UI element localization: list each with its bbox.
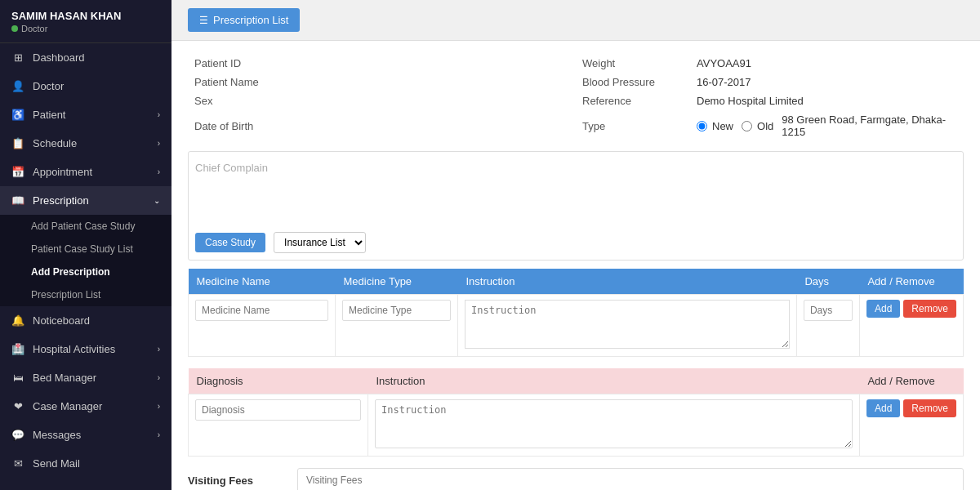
- role-dot: [11, 25, 18, 32]
- sidebar-item-hospital-activities[interactable]: 🏥 Hospital Activities ›: [0, 335, 172, 363]
- sidebar-item-add-prescription[interactable]: Add Prescription: [0, 261, 172, 283]
- blood-pressure-label: Blood Pressure: [582, 76, 697, 88]
- type-new-radio[interactable]: [697, 121, 707, 131]
- sidebar-item-schedule[interactable]: 📋 Schedule ›: [0, 129, 172, 158]
- sidebar-item-label: Appointment: [33, 166, 92, 178]
- prescription-icon: 📖: [11, 194, 24, 207]
- chevron-right-icon: ›: [158, 345, 160, 354]
- sidebar-item-add-patient-case-study[interactable]: Add Patient Case Study: [0, 215, 172, 238]
- role-badge: Doctor: [11, 24, 47, 33]
- reference-label: Reference: [582, 95, 697, 107]
- sidebar-item-label: Patient: [33, 109, 65, 121]
- schedule-icon: 📋: [11, 137, 24, 149]
- instruction-input[interactable]: [465, 300, 790, 349]
- add-medicine-button[interactable]: Add: [866, 300, 900, 318]
- sidebar-item-label: Dashboard: [33, 51, 85, 64]
- sidebar-item-label: Messages: [33, 429, 81, 441]
- form-area: Patient ID Weight AVYOAA91 Patient Name …: [172, 41, 980, 490]
- type-old-radio[interactable]: [742, 121, 752, 131]
- messages-icon: 💬: [11, 429, 24, 441]
- chevron-right-icon: ›: [158, 402, 160, 411]
- sidebar-item-appointment[interactable]: 📅 Appointment ›: [0, 158, 172, 186]
- medicine-name-input[interactable]: [195, 300, 328, 321]
- prescription-list-button[interactable]: ☰ Prescription List: [188, 8, 300, 32]
- add-remove-header: Add / Remove: [859, 269, 963, 295]
- chief-complain-label: Chief Complain: [195, 158, 956, 177]
- add-remove-cell: Add Remove: [859, 295, 963, 357]
- visiting-fees-label: Visiting Fees: [188, 474, 286, 487]
- patient-icon: ♿: [11, 109, 24, 121]
- sex-row: Sex: [188, 91, 576, 110]
- sidebar-item-label: Send Mail: [33, 457, 80, 470]
- diagnosis-input[interactable]: [195, 399, 361, 421]
- insurance-list-select[interactable]: Insurance List: [274, 232, 366, 253]
- chevron-right-icon: ›: [158, 167, 160, 176]
- sidebar-nav: ⊞ Dashboard 👤 Doctor ♿ Patient › 📋 Sched…: [0, 43, 172, 490]
- medicine-type-cell: [336, 295, 458, 357]
- dob-row: Date of Birth: [188, 110, 576, 141]
- sidebar-item-prescription[interactable]: 📖 Prescription ⌄: [0, 186, 172, 215]
- sidebar-item-patient[interactable]: ♿ Patient ›: [0, 100, 172, 129]
- diagnosis-instruction-header: Instruction: [368, 368, 860, 394]
- weight-value: AVYOAA91: [697, 57, 751, 69]
- sidebar-item-label: Hospital Activities: [33, 343, 115, 355]
- patient-info-grid: Patient ID Weight AVYOAA91 Patient Name …: [188, 54, 964, 141]
- sidebar-item-label: Schedule: [33, 137, 77, 149]
- diagnosis-instruction-input[interactable]: [375, 399, 853, 448]
- visiting-fees-row: Visiting Fees: [188, 468, 964, 490]
- dob-label: Date of Birth: [194, 120, 309, 132]
- chief-complain-area: Chief Complain Case Study Insurance List: [188, 151, 964, 261]
- doctor-icon: 👤: [11, 80, 24, 92]
- diagnosis-cell: [189, 394, 368, 457]
- sidebar-item-label: Noticeboard: [33, 314, 90, 327]
- sidebar-item-messages[interactable]: 💬 Messages ›: [0, 421, 172, 449]
- hospital-icon: 🏥: [11, 343, 24, 355]
- days-input[interactable]: [804, 300, 853, 321]
- diagnosis-header: Diagnosis: [189, 368, 368, 394]
- sidebar-item-bed-manager[interactable]: 🛏 Bed Manager ›: [0, 363, 172, 392]
- type-new-group[interactable]: New: [697, 120, 733, 132]
- case-study-button[interactable]: Case Study: [195, 233, 265, 252]
- sidebar: SAMIM HASAN KHAN Doctor ⊞ Dashboard 👤 Do…: [0, 0, 172, 490]
- sidebar-item-case-manager[interactable]: ❤ Case Manager ›: [0, 392, 172, 421]
- type-old-group[interactable]: Old: [742, 120, 773, 132]
- dashboard-icon: ⊞: [11, 51, 24, 64]
- address-value: 98 Green Road, Farmgate, Dhaka-1215: [782, 114, 957, 138]
- bed-icon: 🛏: [11, 372, 24, 384]
- sidebar-item-doctor[interactable]: 👤 Doctor: [0, 72, 172, 100]
- sidebar-item-label: Case Manager: [33, 400, 102, 412]
- diagnosis-row: Add Remove: [189, 394, 964, 457]
- chief-complain-input[interactable]: [195, 177, 956, 226]
- sidebar-item-label: Prescription: [33, 194, 89, 207]
- medicine-name-header: Medicine Name: [189, 269, 336, 295]
- visiting-fees-input[interactable]: [297, 468, 964, 490]
- diagnosis-instruction-cell: [368, 394, 860, 457]
- weight-label: Weight: [582, 57, 697, 69]
- case-study-row: Case Study Insurance List: [195, 232, 956, 253]
- sidebar-item-prescription-list[interactable]: Prescription List: [0, 283, 172, 306]
- type-old-label: Old: [757, 120, 773, 132]
- remove-medicine-button[interactable]: Remove: [903, 300, 956, 318]
- sidebar-item-send-mail[interactable]: ✉ Send Mail: [0, 449, 172, 478]
- remove-diagnosis-button[interactable]: Remove: [903, 399, 956, 417]
- weight-row: Weight AVYOAA91: [576, 54, 964, 73]
- reference-value: Demo Hospital Limited: [697, 95, 804, 107]
- blood-pressure-row: Blood Pressure 16-07-2017: [576, 73, 964, 91]
- add-diagnosis-button[interactable]: Add: [866, 399, 900, 417]
- appointment-icon: 📅: [11, 166, 24, 178]
- medicine-row: Add Remove: [189, 295, 964, 357]
- chevron-right-icon: ›: [158, 430, 160, 439]
- type-label: Type: [582, 120, 697, 132]
- chevron-down-icon: ⌄: [154, 196, 160, 205]
- patient-id-label: Patient ID: [194, 57, 309, 69]
- sex-label: Sex: [194, 95, 309, 107]
- medicine-table: Medicine Name Medicine Type Instruction …: [188, 269, 964, 357]
- chevron-right-icon: ›: [158, 139, 160, 148]
- list-icon: ☰: [199, 15, 208, 26]
- medicine-type-input[interactable]: [342, 300, 451, 321]
- sidebar-item-dashboard[interactable]: ⊞ Dashboard: [0, 43, 172, 72]
- type-row: Type New Old 98 Green Road, Farmgate, Dh…: [576, 110, 964, 141]
- sidebar-item-noticeboard[interactable]: 🔔 Noticeboard: [0, 306, 172, 335]
- medicine-name-cell: [189, 295, 336, 357]
- sidebar-item-patient-case-study-list[interactable]: Patient Case Study List: [0, 238, 172, 261]
